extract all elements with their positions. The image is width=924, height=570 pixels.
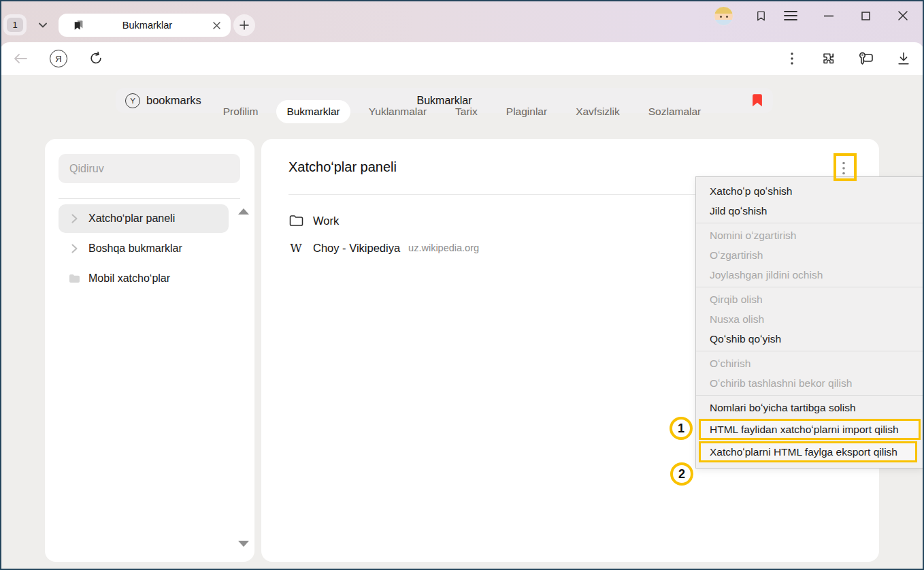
sidebar-item-boshqa-bukmarklar[interactable]: Boshqa bukmarklar (59, 234, 229, 263)
tab-title: Bukmarklar (84, 20, 210, 31)
menu-item-o-chirish: Oʻchirish (696, 353, 923, 373)
menu-item-o-chirib-tashlashni-bekor-qilish: Oʻchirib tashlashni bekor qilish (696, 373, 923, 393)
menu-item-joylashgan-jildini-ochish: Joylashgan jildini ochish (696, 265, 923, 285)
tab-count-label: 1 (7, 18, 23, 32)
annotation-badge-1: 1 (670, 417, 693, 440)
menu-item-qirqib-olish: Qirqib olish (696, 289, 923, 309)
nav-tab-plaginlar[interactable]: Plaginlar (496, 100, 557, 123)
scroll-down-icon[interactable] (238, 541, 249, 547)
wikipedia-w-icon: W (288, 240, 303, 255)
nav-tab-sozlamalar[interactable]: Sozlamalar (638, 100, 712, 123)
tab-strip: 1 Bukmarklar (0, 0, 924, 42)
nav-tabs: ProfilimBukmarklarYuklanmalarTarixPlagin… (0, 100, 924, 123)
maximize-icon[interactable] (856, 6, 875, 25)
nav-tab-tarix[interactable]: Tarix (445, 100, 488, 123)
back-arrow-icon[interactable] (11, 49, 30, 68)
extensions-puzzle-icon[interactable] (819, 49, 838, 68)
tab-bukmarklar[interactable]: Bukmarklar (59, 14, 231, 37)
menu-item-nusxa-olish: Nusxa olish (696, 309, 923, 329)
profile-avatar[interactable] (714, 6, 733, 26)
sidebar-item-label: Xatchoʻplar paneli (88, 212, 175, 225)
bookmarks-sidebar: Xatchoʻplar paneliBoshqa bukmarklarMobil… (45, 139, 254, 562)
menu-separator (696, 351, 923, 351)
tab-close-icon[interactable] (210, 19, 222, 31)
nav-tab-profilim[interactable]: Profilim (213, 100, 269, 123)
sidebar-item-label: Mobil xatchoʻplar (88, 272, 170, 285)
menu-separator (696, 223, 923, 223)
close-window-icon[interactable] (893, 6, 912, 25)
browser-window: 1 Bukmarklar (0, 0, 924, 570)
menu-item-xatcho-plarni-html-faylga-eksport-qilish[interactable]: Xatchoʻplarni HTML faylga eksport qilish (699, 441, 917, 462)
menu-separator (696, 287, 923, 287)
bookmark-label: Choy - Vikipediya (313, 242, 400, 255)
menu-item-jild-qo-shish[interactable]: Jild qoʻshish (696, 201, 923, 221)
side-panel-bookmark-icon[interactable] (751, 6, 770, 25)
menu-item-o-zgartirish: Oʻzgartirish (696, 245, 923, 265)
nav-tab-xavfsizlik[interactable]: Xavfsizlik (565, 100, 630, 123)
browser-menu-icon[interactable] (781, 6, 800, 25)
menu-item-html-faylidan-xatcho-plarni-import-qilish[interactable]: HTML faylidan xatchoʻplarni import qilis… (699, 419, 921, 440)
menu-item-nomlari-bo-yicha-tartibga-solish[interactable]: Nomlari boʻyicha tartibga solish (696, 398, 923, 417)
toolbar-more-icon[interactable] (782, 49, 802, 68)
nav-tab-yuklanmalar[interactable]: Yuklanmalar (359, 100, 437, 123)
menu-item-qo-shib-qo-yish[interactable]: Qoʻshib qoʻyish (696, 329, 923, 349)
folder-icon (68, 272, 80, 285)
sidebar-item-mobil-xatcho-plar[interactable]: Mobil xatchoʻplar (59, 264, 229, 293)
page-title: Xatchoʻplar paneli (288, 159, 397, 175)
bookmark-favicon-icon (72, 19, 84, 31)
sidebar-item-label: Boshqa bukmarklar (88, 242, 182, 255)
search-input[interactable] (59, 154, 240, 183)
annotation-badge-2: 2 (670, 462, 693, 486)
browser-toolbar: Я Y bookmarks Bukmarklar (0, 42, 924, 75)
new-tab-button[interactable] (233, 14, 255, 36)
folder-outline-icon (288, 213, 303, 228)
chevron-right-icon (68, 242, 80, 255)
reload-icon[interactable] (86, 49, 105, 68)
yandex-home-icon[interactable]: Я (49, 49, 68, 68)
tab-list-chevron-down-icon[interactable] (33, 14, 53, 35)
downloads-icon[interactable] (894, 49, 913, 68)
bookmark-url: uz.wikipedia.org (408, 242, 479, 253)
sidebar-divider (59, 198, 240, 199)
nav-tab-bukmarklar[interactable]: Bukmarklar (276, 100, 350, 123)
chevron-right-icon (68, 212, 80, 225)
minimize-icon[interactable] (819, 6, 838, 25)
bookmark-label: Work (313, 215, 339, 227)
sidebar-folder-list: Xatchoʻplar paneliBoshqa bukmarklarMobil… (59, 204, 229, 293)
scroll-up-icon[interactable] (238, 208, 249, 215)
menu-trigger-highlight-box (834, 153, 857, 181)
bookmarks-context-menu: Xatchoʻp qoʻshishJild qoʻshishNomini oʻz… (695, 176, 923, 469)
menu-item-nomini-o-zgartirish: Nomini oʻzgartirish (696, 225, 923, 245)
sidebar-item-xatcho-plar-paneli[interactable]: Xatchoʻplar paneli (59, 204, 229, 233)
menu-item-xatcho-p-qo-shish[interactable]: Xatchoʻp qoʻshish (696, 181, 923, 201)
menu-separator (696, 395, 923, 396)
protect-key-icon[interactable] (856, 49, 875, 68)
tab-count-button[interactable]: 1 (3, 14, 27, 35)
